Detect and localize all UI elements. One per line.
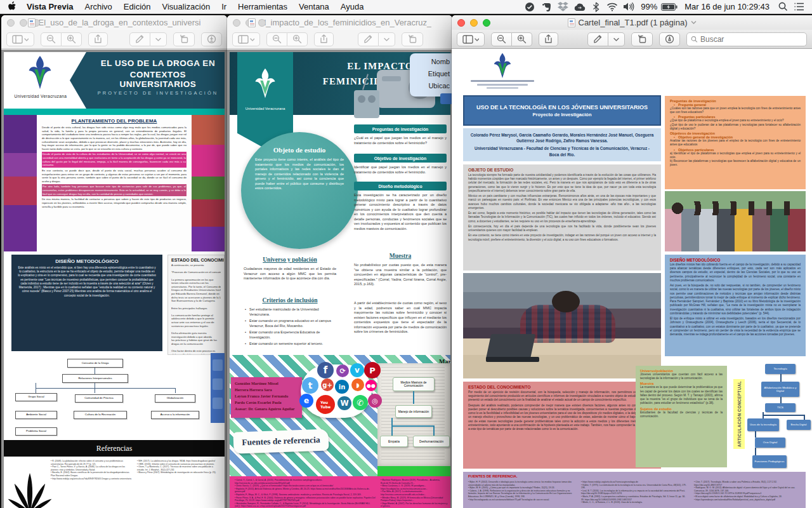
share-button[interactable]	[539, 32, 558, 46]
instagram-icon: ◎	[368, 394, 382, 408]
sidebar-view-button[interactable]	[457, 32, 485, 46]
preguntas-particulares-heading: Preguntas particulares	[674, 115, 801, 119]
cartel-title-box: USO DE LA TECNOLOGÍA EN LOS JÓVENES UNIV…	[463, 95, 661, 126]
objetivos-particulares-heading: Objetivos particulares	[674, 148, 801, 152]
menu-app-name[interactable]: Vista Previa	[27, 2, 73, 11]
menu-ventana[interactable]: Ventana	[299, 2, 329, 11]
zoom-button[interactable]	[483, 19, 490, 27]
menu-herramientas[interactable]: Herramientas	[238, 2, 287, 11]
droga-diseno-box: DISEÑO METODOLÓGICO Este análisis es mix…	[11, 255, 162, 351]
search-input[interactable]	[700, 35, 802, 44]
minimize-button[interactable]	[470, 19, 478, 27]
markup-button[interactable]	[358, 32, 379, 46]
volume-icon[interactable]	[622, 2, 635, 12]
markup-menu-button[interactable]	[608, 32, 625, 46]
empatia-box: Empatía	[380, 436, 408, 447]
sidebar-view-button[interactable]	[6, 32, 34, 46]
sidebar-view-button[interactable]	[232, 32, 260, 46]
droga-title-line1: EL USO DE LA DROGA EN	[91, 58, 225, 68]
objetivo-bar: Objetivo de investigación	[354, 154, 447, 163]
cartel-fuentes-heading: FUENTES DE REFERENCIA.	[468, 474, 801, 478]
menu-archivo[interactable]: Archivo	[84, 2, 112, 11]
minimize-button[interactable]	[20, 19, 27, 27]
objetivo-body: Identificar qué papel juegan los medios …	[354, 165, 447, 175]
evernote-icon[interactable]	[540, 2, 553, 12]
draw-button[interactable]	[201, 32, 222, 46]
flow-consumo: Consumo de la Droga	[67, 359, 123, 368]
droga-title-banner: EL USO DE LA DROGA EN CONTEXTOS UNIVERSI…	[70, 52, 225, 109]
zoom-in-button[interactable]	[62, 32, 82, 46]
fem-references: • Corral, Y., Corral, I., & Corral, A. (…	[230, 476, 450, 508]
pdf-view-cartel[interactable]: USO DE LA TECNOLOGÍA EN LOS JÓVENES UNIV…	[452, 50, 812, 508]
zoom-out-button[interactable]	[41, 32, 62, 46]
share-button[interactable]	[314, 32, 334, 46]
planteamiento-p4: Por otro lado, también hay personas que …	[42, 184, 187, 196]
fem-refs-col1: • Corral, Y., Corral, I., & Corral, A. (…	[235, 479, 376, 508]
rotate-button[interactable]	[173, 32, 195, 46]
window-droga-titlebar[interactable]: El_uso_de_la_droga_en_contextos_universi	[1, 15, 227, 30]
logo-caption-line2	[477, 84, 528, 86]
droga-header: Universidad Veracruzana EL USO DE LA DRO…	[4, 52, 225, 109]
zoom-out-button[interactable]	[266, 32, 287, 46]
close-button[interactable]	[233, 19, 240, 27]
search-field[interactable]	[686, 32, 807, 46]
zoom-button[interactable]	[258, 19, 266, 27]
uv-logo	[488, 52, 516, 80]
menu-clock[interactable]: Mar 16 de jun 10:29:43	[684, 2, 769, 11]
fuentes-col2: • https://www.redalyc.org/articulo.oa?ci…	[581, 481, 686, 504]
share-button[interactable]	[88, 32, 108, 46]
cloud-sync-icon[interactable]	[573, 2, 586, 12]
droga-title-line2: CONTEXTOS UNIVERSITARIOS	[91, 70, 225, 89]
planteamiento-body: PLANTEAMIENTO DEL PROBLEMA Desde el punt…	[37, 115, 192, 251]
flow-globalizacion: Globalización	[155, 394, 195, 403]
cartel-authors: Colorado Pérez Marysol, García Caamaño G…	[469, 132, 655, 144]
planteamiento-section: PLANTEAMIENTO DEL PROBLEMA Desde el punt…	[4, 115, 225, 251]
zoom-out-button[interactable]	[491, 32, 512, 46]
cartel-objeto-heading: OBJETO DE ESTUDIO	[468, 168, 656, 172]
spotlight-search-icon[interactable]	[776, 2, 789, 12]
criterios-heading: Criterios de inclusión	[242, 297, 337, 304]
window-cartel[interactable]: Cartel_final_T1.pdf (1 página)	[452, 15, 812, 508]
planteamiento-p3: En ese contexto, se puede decir que, des…	[42, 169, 187, 184]
pdf-view-feminicidios[interactable]: EL IMPACTO DE LOS FEMINICIDIOS EN VERACR…	[227, 50, 452, 508]
rotate-button[interactable]	[402, 32, 423, 46]
menu-ir[interactable]: Ir	[221, 2, 226, 11]
close-button[interactable]	[7, 19, 15, 27]
menu-edicion[interactable]: Edición	[124, 2, 151, 11]
markup-menu-button[interactable]	[379, 32, 395, 46]
zoom-in-button[interactable]	[287, 32, 308, 46]
universo-poblacion-text: Jóvenes universitarios que cuentan con f…	[640, 373, 723, 380]
markup-menu-button[interactable]	[150, 32, 167, 46]
markup-button[interactable]	[587, 32, 608, 46]
zoom-in-button[interactable]	[512, 32, 532, 46]
criterios-list: Ser estudiante matriculado de la Univers…	[245, 307, 336, 347]
fem-refs-col2: • Martínez Rodríguez, Beatriz (2019). Pe…	[381, 479, 448, 508]
sujetos-text: Estudiantes de la facultad de ciencias y…	[640, 411, 723, 418]
menu-visualizacion[interactable]: Visualización	[162, 2, 210, 11]
wifi-icon[interactable]	[606, 2, 619, 12]
rotate-button[interactable]	[631, 32, 653, 46]
planteamiento-p2: Desde el punto de vista de la cultura de…	[42, 152, 187, 168]
notification-center-icon[interactable]	[793, 2, 806, 12]
popover-default-button[interactable]	[440, 93, 452, 104]
manejo-box: Manejo de información	[395, 405, 432, 418]
window-droga[interactable]: El_uso_de_la_droga_en_contextos_universi…	[1, 15, 227, 508]
pregunta-general: ¿Cuáles son las razones para que un jove…	[670, 107, 801, 114]
pdf-view-droga[interactable]: Universidad Veracruzana EL USO DE LA DRO…	[1, 50, 227, 508]
close-button[interactable]	[457, 19, 465, 27]
window-cartel-titlebar[interactable]: Cartel_final_T1.pdf (1 página)	[452, 15, 812, 30]
apple-menu-icon[interactable]	[6, 2, 19, 12]
youtube-icon: YouTube	[316, 395, 335, 414]
flow-problema: Problema Social	[15, 427, 57, 436]
poster-cartel-page: USO DE LA TECNOLOGÍA EN LOS JÓVENES UNIV…	[452, 50, 812, 508]
task-check-icon[interactable]	[523, 2, 536, 12]
draw-button[interactable]	[659, 32, 680, 46]
markup-button[interactable]	[129, 32, 150, 46]
bluetooth-icon[interactable]	[589, 2, 602, 12]
title-chevron-icon[interactable]	[691, 20, 697, 25]
dropbox-icon[interactable]	[556, 2, 569, 12]
window-feminicidios-titlebar[interactable]: El_impacto_de_los_feminicidios_en_Veracr…	[227, 15, 452, 30]
menu-ayuda[interactable]: Ayuda	[341, 2, 364, 11]
objeto-p3: Es así como, llegado a este momento hist…	[468, 211, 656, 224]
social-media-cloud: f ⟳ v P t g+ in ◗ ●● e YouTube W ✆ ◎	[298, 361, 374, 422]
